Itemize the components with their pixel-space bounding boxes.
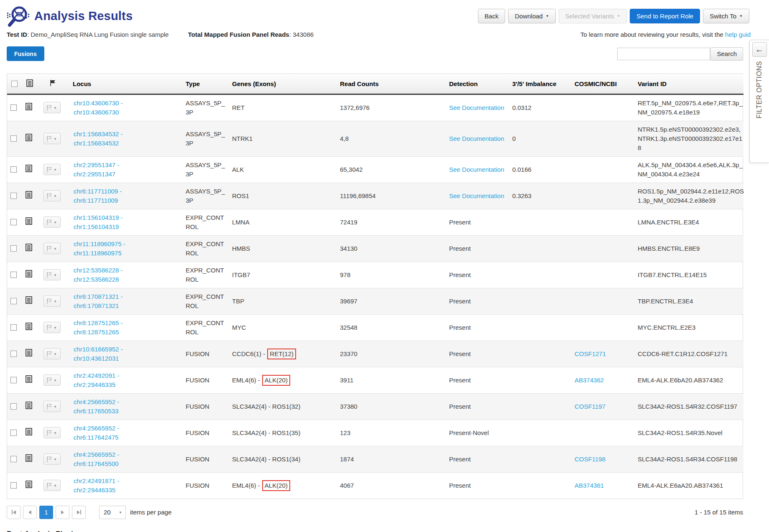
back-button[interactable]: Back bbox=[478, 9, 505, 23]
locus-link[interactable]: chr10:43606730 - chr10:43606730 bbox=[74, 99, 123, 116]
download-button[interactable]: Download▼ bbox=[508, 9, 556, 23]
locus-link[interactable]: chr1:156834532 - chr1:156834532 bbox=[74, 130, 123, 147]
row-notes-button[interactable] bbox=[26, 103, 32, 110]
row-notes-button[interactable] bbox=[26, 375, 32, 383]
locus-link[interactable]: chr2:42491871 - chr2:29446335 bbox=[74, 477, 119, 494]
row-notes-button[interactable] bbox=[26, 349, 32, 356]
column-header-type[interactable]: Type bbox=[180, 74, 228, 94]
row-checkbox[interactable] bbox=[10, 219, 17, 225]
see-documentation-link[interactable]: See Documentation bbox=[449, 135, 504, 142]
row-checkbox[interactable] bbox=[10, 377, 17, 383]
row-checkbox[interactable] bbox=[10, 272, 17, 278]
row-checkbox[interactable] bbox=[10, 245, 17, 252]
row-notes-button[interactable] bbox=[26, 191, 32, 199]
previous-page-button[interactable] bbox=[23, 506, 37, 519]
search-button[interactable]: Search bbox=[710, 47, 743, 61]
row-notes-button[interactable] bbox=[26, 402, 32, 409]
row-checkbox[interactable] bbox=[10, 456, 17, 462]
flag-dropdown-button[interactable]: ▼ bbox=[43, 216, 61, 228]
send-to-report-role-button[interactable]: Send to Report Role bbox=[630, 9, 700, 23]
row-checkbox[interactable] bbox=[10, 298, 17, 304]
locus-link[interactable]: chr10:61665952 - chr10:43612031 bbox=[74, 346, 123, 362]
flag-dropdown-button[interactable]: ▼ bbox=[43, 427, 61, 438]
flag-outline-icon bbox=[47, 298, 52, 304]
flag-dropdown-button[interactable]: ▼ bbox=[43, 453, 61, 465]
row-notes-button[interactable] bbox=[26, 244, 32, 251]
next-page-button[interactable] bbox=[56, 506, 69, 519]
flag-dropdown-button[interactable]: ▼ bbox=[43, 102, 61, 113]
locus-link[interactable]: chr6:170871321 - chr6:170871321 bbox=[74, 293, 123, 309]
flag-dropdown-button[interactable]: ▼ bbox=[43, 401, 61, 412]
locus-link[interactable]: chr6:117711009 - chr6:117711009 bbox=[74, 188, 122, 204]
row-checkbox[interactable] bbox=[10, 324, 17, 331]
cosmic-ncbi-link[interactable]: COSF1197 bbox=[575, 403, 605, 410]
locus-link[interactable]: chr2:29551347 - chr2:29551347 bbox=[74, 161, 119, 178]
locus-link[interactable]: chr4:25665952 - chr6:117642475 bbox=[74, 425, 119, 441]
locus-link[interactable]: chr4:25665952 - chr6:117650533 bbox=[74, 398, 119, 415]
see-documentation-link[interactable]: See Documentation bbox=[449, 166, 504, 173]
selected-variants-button[interactable]: Selected Variants▼ bbox=[559, 9, 627, 23]
locus-link[interactable]: chr12:53586228 - chr12:53586228 bbox=[74, 267, 123, 283]
flag-dropdown-button[interactable]: ▼ bbox=[43, 133, 61, 144]
row-notes-button[interactable] bbox=[26, 296, 32, 304]
row-checkbox[interactable] bbox=[10, 166, 17, 173]
row-notes-button[interactable] bbox=[26, 217, 32, 225]
row-notes-button[interactable] bbox=[26, 428, 32, 435]
flag-dropdown-button[interactable]: ▼ bbox=[43, 374, 61, 386]
row-checkbox[interactable] bbox=[10, 351, 17, 357]
row-checkbox[interactable] bbox=[10, 403, 17, 410]
help-guide-link[interactable]: help guid bbox=[725, 31, 751, 38]
page-size-select[interactable]: 20▼ bbox=[99, 506, 126, 519]
locus-link[interactable]: chr4:25665952 - chr6:117645500 bbox=[74, 451, 119, 467]
column-header-cosmic[interactable]: COSMIC/NCBI bbox=[571, 74, 634, 94]
column-header-variant-id[interactable]: Variant ID bbox=[634, 74, 743, 94]
search-input[interactable] bbox=[617, 48, 710, 60]
flag-dropdown-button[interactable]: ▼ bbox=[43, 164, 61, 175]
locus-link[interactable]: chr8:128751265 - chr8:128751265 bbox=[74, 319, 123, 336]
tab-fusions[interactable]: Fusions bbox=[7, 46, 44, 61]
switch-to-button[interactable]: Switch To▼ bbox=[703, 9, 749, 23]
detection-value: Present bbox=[449, 324, 471, 331]
row-notes-cell bbox=[21, 393, 38, 420]
row-notes-button[interactable] bbox=[26, 454, 32, 462]
column-header-read-counts[interactable]: Read Counts bbox=[335, 74, 444, 94]
cosmic-ncbi-link[interactable]: COSF1198 bbox=[575, 456, 605, 463]
flag-dropdown-button[interactable]: ▼ bbox=[43, 480, 61, 491]
chevron-down-icon: ▼ bbox=[54, 405, 57, 409]
row-checkbox[interactable] bbox=[10, 193, 17, 199]
row-checkbox[interactable] bbox=[10, 482, 17, 489]
column-header-imbalance[interactable]: 3'/5' Imbalance bbox=[508, 74, 571, 94]
cosmic-ncbi-link[interactable]: AB374361 bbox=[575, 482, 604, 489]
flag-dropdown-button[interactable]: ▼ bbox=[43, 295, 61, 307]
filter-expand-button[interactable]: ← bbox=[752, 42, 767, 57]
see-documentation-link[interactable]: See Documentation bbox=[449, 192, 504, 199]
row-notes-button[interactable] bbox=[26, 323, 32, 330]
last-page-button[interactable] bbox=[72, 506, 86, 519]
first-page-button[interactable] bbox=[7, 506, 20, 519]
filter-options-tab[interactable]: ← FILTER OPTIONS bbox=[749, 40, 769, 163]
cosmic-ncbi-link[interactable]: COSF1271 bbox=[575, 350, 606, 357]
cosmic-ncbi-link[interactable]: AB374362 bbox=[575, 377, 604, 384]
flag-dropdown-button[interactable]: ▼ bbox=[43, 348, 61, 359]
row-notes-button[interactable] bbox=[26, 165, 32, 172]
locus-link[interactable]: chr11:118960975 - chr11:118960975 bbox=[74, 240, 125, 257]
column-header-detection[interactable]: Detection bbox=[444, 74, 508, 94]
flag-dropdown-button[interactable]: ▼ bbox=[43, 190, 61, 201]
row-checkbox[interactable] bbox=[10, 430, 17, 436]
column-header-locus[interactable]: Locus bbox=[67, 74, 180, 94]
locus-link[interactable]: chr1:156104319 - chr1:156104319 bbox=[74, 214, 123, 230]
row-notes-button[interactable] bbox=[26, 134, 32, 141]
row-checkbox[interactable] bbox=[10, 135, 17, 142]
flag-dropdown-button[interactable]: ▼ bbox=[43, 322, 61, 333]
locus-link[interactable]: chr2:42492091 - chr2:29446335 bbox=[74, 372, 119, 388]
column-header-genes[interactable]: Genes (Exons) bbox=[228, 74, 335, 94]
see-documentation-link[interactable]: See Documentation bbox=[449, 104, 504, 111]
select-all-checkbox[interactable] bbox=[11, 81, 18, 87]
row-notes-button[interactable] bbox=[26, 481, 32, 488]
page-number-button[interactable]: 1 bbox=[39, 506, 53, 519]
row-notes-button[interactable] bbox=[26, 270, 32, 277]
row-checkbox[interactable] bbox=[10, 104, 17, 111]
flag-dropdown-button[interactable]: ▼ bbox=[43, 243, 61, 254]
detection-cell: Present bbox=[444, 288, 508, 314]
flag-dropdown-button[interactable]: ▼ bbox=[43, 269, 61, 280]
